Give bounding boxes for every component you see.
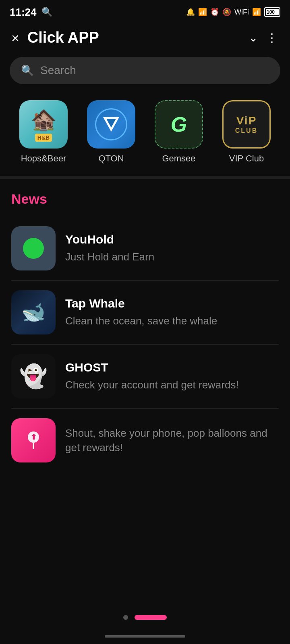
signal-icon: 📶	[252, 8, 261, 17]
barn-emoji: 🏚️	[31, 107, 57, 132]
balloon-app-description: Shout, shake your phone, pop balloons an…	[65, 426, 279, 455]
vip-text-content: ViP CLUB	[235, 114, 258, 134]
youhold-text: YouHold Just Hold and Earn	[65, 233, 279, 264]
qton-circle	[95, 108, 127, 140]
app-item-gemsee[interactable]: G Gemsee	[155, 100, 203, 164]
hops-beer-icon: 🏚️ H&B	[19, 100, 68, 149]
youhold-title: YouHold	[65, 233, 279, 246]
search-container: 🔍	[0, 53, 290, 92]
status-right: 🔔 📶 ⏰ 🔕 WiFi 📶 100	[186, 7, 280, 17]
ghost-title: GHOST	[65, 361, 279, 374]
vip-club-label: VIP Club	[229, 153, 264, 164]
featured-apps-grid: 🏚️ H&B Hops&Beer QTON G Gemsee ViP CLUB	[0, 92, 290, 176]
hops-beer-label: Hops&Beer	[21, 153, 66, 164]
app-item-qton[interactable]: QTON	[87, 100, 135, 164]
vip-big-text: ViP	[236, 114, 257, 127]
news-item-balloon-app[interactable]: ⬆ Shout, shake your phone, pop balloons …	[11, 409, 279, 472]
gemsee-label: Gemsee	[162, 153, 195, 164]
tap-whale-description: Clean the ocean, save the whale	[65, 314, 279, 328]
news-item-tap-whale[interactable]: 🐋 Tap Whale Clean the ocean, save the wh…	[11, 281, 279, 345]
nav-dot-2-active[interactable]	[135, 615, 167, 620]
more-options-button[interactable]: ⋮	[266, 31, 279, 45]
qton-inner-triangle	[106, 119, 116, 128]
search-input[interactable]	[40, 64, 269, 77]
battery-text: 100	[267, 10, 275, 14]
qton-icon	[87, 100, 135, 149]
close-button[interactable]: ×	[11, 31, 19, 45]
status-bar: 11:24 🔍 🔔 📶 ⏰ 🔕 WiFi 📶 100	[0, 0, 290, 23]
home-indicator	[105, 635, 185, 638]
vip-small-text: CLUB	[235, 127, 258, 134]
ghost-text: GHOST Check your account and get rewards…	[65, 361, 279, 392]
page-title: Click APP	[27, 29, 240, 46]
wifi-icon: WiFi	[234, 8, 249, 17]
balloon-icon-svg: ⬆	[21, 428, 46, 452]
nav-dot-1[interactable]	[123, 615, 128, 620]
youhold-description: Just Hold and Earn	[65, 250, 279, 264]
status-left: 11:24 🔍	[10, 6, 52, 19]
news-item-youhold[interactable]: YouHold Just Hold and Earn	[11, 217, 279, 281]
qton-triangle	[103, 117, 119, 132]
news-section-title: News	[11, 191, 279, 207]
battery-indicator: 100	[264, 7, 280, 17]
tap-whale-icon: 🐋	[11, 290, 56, 334]
ghost-description: Check your account and get rewards!	[65, 378, 279, 392]
app-item-vip-club[interactable]: ViP CLUB VIP Club	[222, 100, 271, 164]
tap-whale-title: Tap Whale	[65, 297, 279, 310]
status-search-icon: 🔍	[41, 7, 52, 17]
youhold-green-dot	[23, 238, 44, 259]
qton-label: QTON	[98, 153, 124, 164]
alarm-icon: ⏰	[210, 8, 219, 17]
youhold-icon	[11, 226, 56, 270]
svg-text:⬆: ⬆	[31, 433, 37, 441]
n-icon: 📶	[198, 8, 207, 17]
status-time: 11:24	[10, 6, 37, 19]
bottom-navigation	[0, 615, 290, 620]
news-item-ghost[interactable]: 👻 GHOST Check your account and get rewar…	[11, 345, 279, 409]
app-item-hops-beer[interactable]: 🏚️ H&B Hops&Beer	[19, 100, 68, 164]
search-bar[interactable]: 🔍	[10, 57, 280, 84]
chevron-down-icon[interactable]: ⌄	[249, 31, 258, 44]
battery-container: 100	[264, 7, 280, 17]
search-icon: 🔍	[21, 64, 34, 77]
balloon-app-text: Shout, shake your phone, pop balloons an…	[65, 426, 279, 455]
section-divider	[0, 176, 290, 179]
drop-icon: 🔔	[186, 8, 195, 17]
balloon-app-icon: ⬆	[11, 418, 56, 462]
ghost-icon: 👻	[11, 354, 56, 398]
header: × Click APP ⌄ ⋮	[0, 23, 290, 53]
gemsee-g-letter: G	[171, 112, 187, 136]
tap-whale-text: Tap Whale Clean the ocean, save the whal…	[65, 297, 279, 328]
news-section: News YouHold Just Hold and Earn 🐋 Tap Wh…	[0, 179, 290, 472]
mute-icon: 🔕	[222, 8, 231, 17]
gemsee-icon: G	[155, 100, 203, 149]
vip-club-icon: ViP CLUB	[222, 100, 271, 149]
hb-label: H&B	[35, 134, 52, 142]
